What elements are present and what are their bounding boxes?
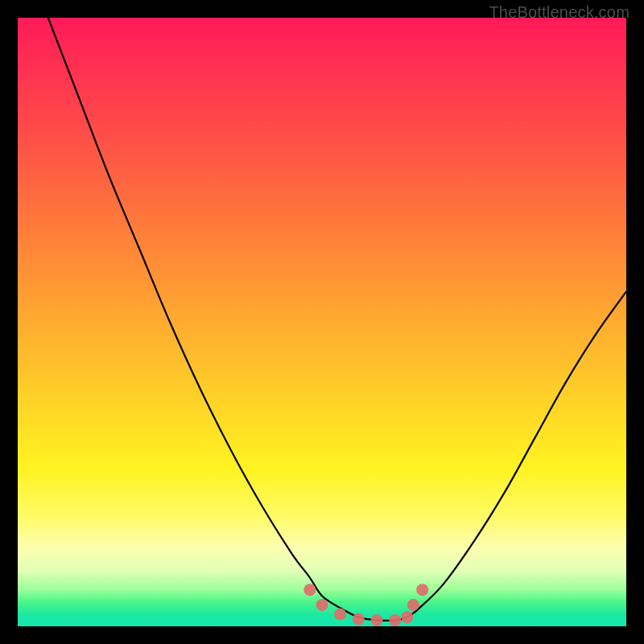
marker-point: [389, 614, 401, 626]
marker-point: [416, 584, 428, 596]
plot-area: [18, 18, 626, 626]
marker-point: [401, 611, 413, 623]
marker-point: [303, 584, 316, 596]
curve-svg: [18, 18, 626, 626]
marker-point: [371, 614, 383, 626]
bottleneck-curve: [48, 18, 626, 621]
marker-group: [303, 584, 428, 626]
chart-frame: TheBottleneck.com: [0, 0, 644, 644]
marker-point: [316, 599, 328, 611]
marker-point: [334, 608, 346, 620]
marker-point: [407, 599, 419, 611]
marker-point: [353, 613, 365, 625]
